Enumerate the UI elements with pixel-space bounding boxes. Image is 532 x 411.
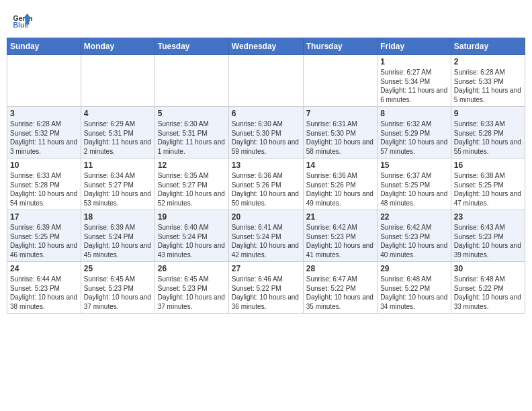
- day-number: 24: [10, 264, 78, 273]
- calendar-week-row: 1Sunrise: 6:27 AM Sunset: 5:34 PM Daylig…: [7, 55, 525, 107]
- calendar-cell: 12Sunrise: 6:35 AM Sunset: 5:27 PM Dayli…: [154, 158, 228, 210]
- calendar-cell: [228, 55, 303, 107]
- cell-info: Sunrise: 6:48 AM Sunset: 5:22 PM Dayligh…: [380, 275, 448, 311]
- page-header: General Blue: [7, 7, 525, 32]
- calendar-cell: 30Sunrise: 6:48 AM Sunset: 5:22 PM Dayli…: [451, 262, 525, 314]
- cell-info: Sunrise: 6:32 AM Sunset: 5:29 PM Dayligh…: [380, 120, 448, 156]
- cell-info: Sunrise: 6:36 AM Sunset: 5:26 PM Dayligh…: [232, 171, 300, 208]
- calendar-cell: [7, 55, 81, 107]
- cell-info: Sunrise: 6:28 AM Sunset: 5:33 PM Dayligh…: [454, 68, 522, 104]
- cell-info: Sunrise: 6:30 AM Sunset: 5:31 PM Dayligh…: [158, 120, 226, 156]
- calendar-cell: 21Sunrise: 6:42 AM Sunset: 5:23 PM Dayli…: [303, 210, 377, 262]
- day-number: 12: [158, 161, 226, 170]
- day-number: 17: [10, 212, 78, 222]
- cell-info: Sunrise: 6:34 AM Sunset: 5:27 PM Dayligh…: [84, 171, 152, 208]
- day-number: 7: [306, 109, 374, 118]
- logo: General Blue: [12, 9, 32, 30]
- day-number: 6: [232, 109, 300, 118]
- day-number: 11: [84, 161, 152, 170]
- cell-info: Sunrise: 6:28 AM Sunset: 5:32 PM Dayligh…: [10, 120, 78, 156]
- cell-info: Sunrise: 6:33 AM Sunset: 5:28 PM Dayligh…: [10, 171, 78, 208]
- calendar-cell: 8Sunrise: 6:32 AM Sunset: 5:29 PM Daylig…: [378, 107, 451, 158]
- cell-info: Sunrise: 6:31 AM Sunset: 5:30 PM Dayligh…: [306, 120, 374, 156]
- day-number: 4: [84, 109, 152, 118]
- cell-info: Sunrise: 6:33 AM Sunset: 5:28 PM Dayligh…: [454, 120, 522, 156]
- cell-info: Sunrise: 6:42 AM Sunset: 5:23 PM Dayligh…: [380, 223, 448, 259]
- calendar-cell: 22Sunrise: 6:42 AM Sunset: 5:23 PM Dayli…: [378, 210, 451, 262]
- calendar-cell: 1Sunrise: 6:27 AM Sunset: 5:34 PM Daylig…: [378, 55, 451, 107]
- cell-info: Sunrise: 6:29 AM Sunset: 5:31 PM Dayligh…: [84, 120, 152, 156]
- day-number: 21: [306, 212, 374, 222]
- calendar-cell: 28Sunrise: 6:47 AM Sunset: 5:22 PM Dayli…: [303, 262, 377, 314]
- cell-info: Sunrise: 6:46 AM Sunset: 5:22 PM Dayligh…: [232, 275, 300, 311]
- calendar-cell: 18Sunrise: 6:39 AM Sunset: 5:24 PM Dayli…: [81, 210, 154, 262]
- column-header-monday: Monday: [81, 38, 154, 55]
- day-number: 22: [380, 212, 448, 222]
- cell-info: Sunrise: 6:47 AM Sunset: 5:22 PM Dayligh…: [306, 275, 374, 311]
- calendar-cell: [154, 55, 228, 107]
- calendar-cell: 5Sunrise: 6:30 AM Sunset: 5:31 PM Daylig…: [154, 107, 228, 158]
- calendar-cell: 6Sunrise: 6:30 AM Sunset: 5:30 PM Daylig…: [228, 107, 303, 158]
- day-number: 9: [454, 109, 522, 118]
- cell-info: Sunrise: 6:38 AM Sunset: 5:25 PM Dayligh…: [454, 171, 522, 208]
- cell-info: Sunrise: 6:27 AM Sunset: 5:34 PM Dayligh…: [380, 68, 448, 104]
- calendar-cell: 29Sunrise: 6:48 AM Sunset: 5:22 PM Dayli…: [378, 262, 451, 314]
- day-number: 18: [84, 212, 152, 222]
- calendar-cell: 4Sunrise: 6:29 AM Sunset: 5:31 PM Daylig…: [81, 107, 154, 158]
- cell-info: Sunrise: 6:42 AM Sunset: 5:23 PM Dayligh…: [306, 223, 374, 259]
- calendar-week-row: 24Sunrise: 6:44 AM Sunset: 5:23 PM Dayli…: [7, 262, 525, 314]
- day-number: 1: [380, 57, 448, 66]
- cell-info: Sunrise: 6:40 AM Sunset: 5:24 PM Dayligh…: [158, 223, 226, 259]
- cell-info: Sunrise: 6:43 AM Sunset: 5:23 PM Dayligh…: [454, 223, 522, 259]
- calendar-cell: [81, 55, 154, 107]
- cell-info: Sunrise: 6:39 AM Sunset: 5:25 PM Dayligh…: [10, 223, 78, 259]
- calendar-cell: 16Sunrise: 6:38 AM Sunset: 5:25 PM Dayli…: [451, 158, 525, 210]
- cell-info: Sunrise: 6:44 AM Sunset: 5:23 PM Dayligh…: [10, 275, 78, 311]
- day-number: 8: [380, 109, 448, 118]
- day-number: 23: [454, 212, 522, 222]
- cell-info: Sunrise: 6:35 AM Sunset: 5:27 PM Dayligh…: [158, 171, 226, 208]
- calendar-table: SundayMondayTuesdayWednesdayThursdayFrid…: [7, 38, 525, 314]
- day-number: 16: [454, 161, 522, 170]
- calendar-cell: 24Sunrise: 6:44 AM Sunset: 5:23 PM Dayli…: [7, 262, 81, 314]
- day-number: 5: [158, 109, 226, 118]
- column-header-saturday: Saturday: [451, 38, 525, 55]
- calendar-cell: 10Sunrise: 6:33 AM Sunset: 5:28 PM Dayli…: [7, 158, 81, 210]
- day-number: 13: [232, 161, 300, 170]
- calendar-week-row: 3Sunrise: 6:28 AM Sunset: 5:32 PM Daylig…: [7, 107, 525, 158]
- day-number: 30: [454, 264, 522, 273]
- calendar-cell: 26Sunrise: 6:45 AM Sunset: 5:23 PM Dayli…: [154, 262, 228, 314]
- column-header-friday: Friday: [378, 38, 451, 55]
- calendar-cell: 15Sunrise: 6:37 AM Sunset: 5:25 PM Dayli…: [378, 158, 451, 210]
- day-number: 26: [158, 264, 226, 273]
- day-number: 15: [380, 161, 448, 170]
- cell-info: Sunrise: 6:45 AM Sunset: 5:23 PM Dayligh…: [158, 275, 226, 311]
- calendar-cell: 7Sunrise: 6:31 AM Sunset: 5:30 PM Daylig…: [303, 107, 377, 158]
- day-number: 14: [306, 161, 374, 170]
- column-header-wednesday: Wednesday: [228, 38, 303, 55]
- calendar-week-row: 17Sunrise: 6:39 AM Sunset: 5:25 PM Dayli…: [7, 210, 525, 262]
- calendar-cell: 19Sunrise: 6:40 AM Sunset: 5:24 PM Dayli…: [154, 210, 228, 262]
- calendar-cell: 20Sunrise: 6:41 AM Sunset: 5:24 PM Dayli…: [228, 210, 303, 262]
- day-number: 25: [84, 264, 152, 273]
- cell-info: Sunrise: 6:30 AM Sunset: 5:30 PM Dayligh…: [232, 120, 300, 156]
- cell-info: Sunrise: 6:45 AM Sunset: 5:23 PM Dayligh…: [84, 275, 152, 311]
- calendar-week-row: 10Sunrise: 6:33 AM Sunset: 5:28 PM Dayli…: [7, 158, 525, 210]
- logo-icon: General Blue: [12, 9, 32, 30]
- day-number: 28: [306, 264, 374, 273]
- day-number: 29: [380, 264, 448, 273]
- cell-info: Sunrise: 6:48 AM Sunset: 5:22 PM Dayligh…: [454, 275, 522, 311]
- calendar-cell: 17Sunrise: 6:39 AM Sunset: 5:25 PM Dayli…: [7, 210, 81, 262]
- cell-info: Sunrise: 6:41 AM Sunset: 5:24 PM Dayligh…: [232, 223, 300, 259]
- calendar-cell: 13Sunrise: 6:36 AM Sunset: 5:26 PM Dayli…: [228, 158, 303, 210]
- calendar-cell: 25Sunrise: 6:45 AM Sunset: 5:23 PM Dayli…: [81, 262, 154, 314]
- column-header-tuesday: Tuesday: [154, 38, 228, 55]
- calendar-cell: 9Sunrise: 6:33 AM Sunset: 5:28 PM Daylig…: [451, 107, 525, 158]
- calendar-cell: 2Sunrise: 6:28 AM Sunset: 5:33 PM Daylig…: [451, 55, 525, 107]
- cell-info: Sunrise: 6:39 AM Sunset: 5:24 PM Dayligh…: [84, 223, 152, 259]
- day-number: 3: [10, 109, 78, 118]
- column-header-sunday: Sunday: [7, 38, 81, 55]
- day-number: 27: [232, 264, 300, 273]
- day-number: 19: [158, 212, 226, 222]
- day-number: 10: [10, 161, 78, 170]
